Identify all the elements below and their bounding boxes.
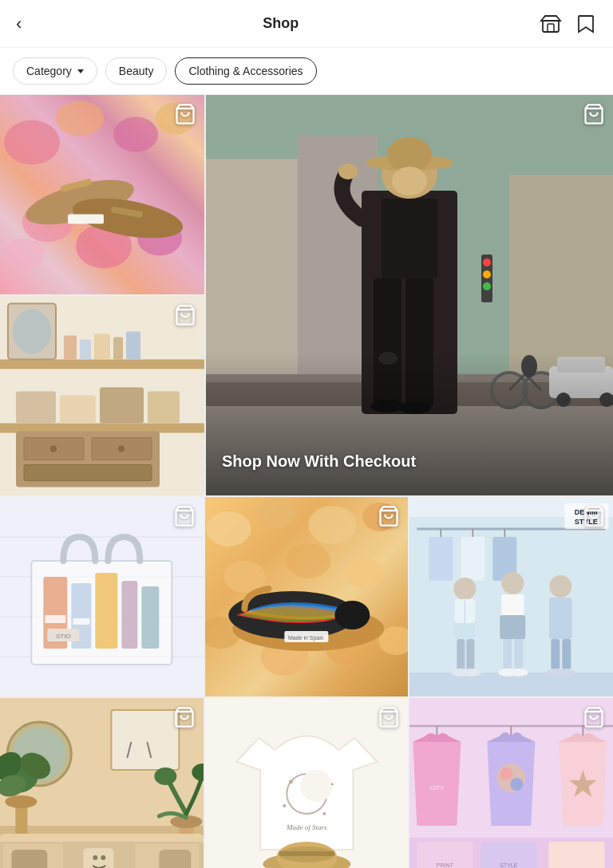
svg-point-2 [56, 101, 104, 136]
shopping-bag-icon [174, 103, 196, 125]
left-column [0, 95, 204, 495]
svg-rect-105 [461, 537, 485, 581]
svg-point-167 [283, 804, 286, 807]
product-espadrilles[interactable]: Made in Spain [205, 497, 409, 696]
svg-point-19 [13, 310, 51, 354]
product-denim-store[interactable]: DENIM STYLE [409, 497, 613, 696]
shop-grid: Shop Now With Checkout [0, 95, 613, 868]
svg-rect-110 [457, 639, 465, 671]
svg-rect-20 [64, 336, 77, 360]
svg-point-8 [4, 239, 44, 270]
svg-point-131 [509, 669, 528, 677]
featured-overlay-text: Shop Now With Checkout [222, 451, 416, 471]
svg-text:STIO: STIO [56, 633, 71, 640]
svg-point-64 [483, 258, 491, 266]
product-shelf[interactable] [0, 296, 204, 495]
svg-point-129 [462, 669, 481, 677]
svg-point-66 [483, 282, 491, 290]
svg-rect-103 [429, 537, 453, 581]
svg-point-108 [454, 578, 477, 600]
product-prints[interactable]: CITY [409, 698, 613, 868]
svg-rect-21 [80, 340, 91, 360]
svg-text:CITY: CITY [430, 784, 445, 791]
svg-rect-118 [502, 594, 524, 617]
svg-point-161 [101, 855, 105, 860]
page-title: Shop [263, 15, 299, 32]
svg-point-53 [338, 164, 358, 180]
shopping-bag-icon [173, 505, 196, 527]
svg-rect-27 [100, 388, 144, 424]
svg-rect-28 [148, 392, 180, 424]
svg-rect-76 [121, 581, 137, 649]
svg-rect-122 [552, 639, 560, 669]
shopping-bag-icon [583, 505, 605, 527]
svg-rect-75 [95, 573, 117, 649]
svg-rect-78 [45, 615, 65, 623]
filter-bar: Category Beauty Clothing & Accessories [0, 48, 613, 95]
svg-rect-117 [515, 638, 524, 669]
svg-point-82 [206, 511, 251, 546]
svg-rect-26 [60, 396, 96, 424]
svg-point-65 [483, 270, 491, 278]
svg-rect-159 [83, 848, 113, 868]
svg-point-114 [502, 572, 524, 594]
svg-point-83 [256, 499, 296, 527]
svg-point-1 [4, 120, 60, 165]
svg-text:STYLE: STYLE [500, 862, 519, 868]
bookmark-icon[interactable] [575, 13, 597, 35]
svg-rect-138 [111, 710, 179, 770]
shopping-bag-icon [583, 103, 605, 125]
svg-point-46 [392, 167, 427, 195]
svg-point-168 [330, 783, 333, 786]
svg-rect-16 [0, 360, 204, 369]
chevron-down-icon [77, 69, 84, 73]
svg-point-3 [113, 117, 158, 152]
shopping-bag-icon [378, 505, 400, 527]
svg-point-143 [5, 795, 37, 808]
overlay-gradient [206, 352, 613, 495]
product-sandals[interactable] [0, 95, 204, 294]
product-fashion-featured[interactable]: Shop Now With Checkout [206, 95, 613, 495]
svg-rect-157 [11, 850, 47, 868]
svg-rect-0 [548, 24, 554, 32]
svg-rect-25 [16, 392, 56, 424]
row-3: Made of Stars [0, 698, 613, 868]
svg-point-84 [308, 506, 356, 544]
shopping-bag-icon [174, 304, 196, 326]
row-1: Shop Now With Checkout [0, 95, 613, 495]
svg-rect-186 [549, 842, 605, 868]
svg-rect-77 [141, 586, 159, 649]
svg-point-33 [118, 446, 125, 452]
svg-point-165 [288, 780, 292, 784]
filter-clothing[interactable]: Clothing & Accessories [175, 57, 316, 85]
svg-point-120 [550, 575, 572, 598]
svg-point-166 [322, 812, 326, 815]
svg-rect-22 [94, 334, 110, 360]
row-2: STIO [0, 497, 613, 696]
product-tshirt[interactable]: Made of Stars [205, 698, 409, 868]
svg-rect-111 [467, 639, 475, 671]
filter-beauty[interactable]: Beauty [105, 57, 168, 85]
filter-category[interactable]: Category [13, 57, 97, 85]
svg-rect-23 [113, 337, 123, 360]
svg-rect-123 [563, 639, 571, 669]
svg-text:Made in Spain: Made in Spain [288, 635, 324, 641]
header-actions [540, 13, 597, 35]
back-button[interactable]: ‹ [16, 14, 22, 34]
svg-point-95 [334, 601, 370, 629]
svg-rect-79 [73, 618, 89, 625]
store-icon[interactable] [540, 13, 562, 35]
svg-point-88 [345, 558, 383, 588]
product-tote[interactable]: STIO [0, 497, 204, 696]
shopping-bag-icon [173, 706, 196, 728]
shopping-bag-icon [583, 706, 605, 728]
svg-point-181 [500, 767, 513, 780]
shopping-bag-icon [378, 706, 400, 728]
svg-text:Made of Stars: Made of Stars [286, 823, 327, 831]
svg-rect-34 [24, 465, 152, 481]
svg-point-32 [50, 446, 57, 452]
product-interior[interactable] [0, 698, 204, 868]
svg-point-182 [511, 778, 524, 791]
svg-rect-124 [550, 598, 572, 639]
svg-rect-13 [68, 215, 104, 224]
